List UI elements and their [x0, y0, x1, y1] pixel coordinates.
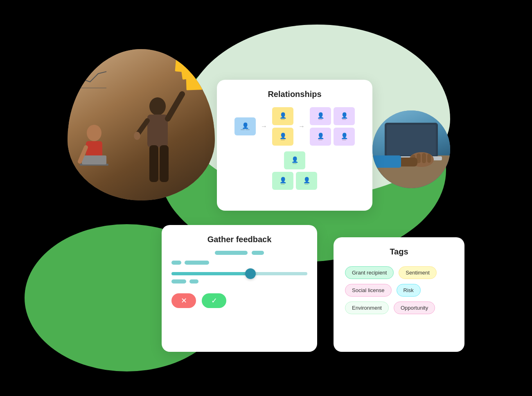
confirm-icon: ✓	[211, 296, 217, 305]
tag-risk[interactable]: Risk	[397, 284, 421, 297]
svg-point-8	[134, 132, 140, 140]
svg-line-4	[168, 94, 182, 119]
text-pill-1	[171, 279, 186, 284]
tag-label: Social license	[352, 287, 385, 293]
node-line	[241, 129, 245, 130]
photo-left	[68, 49, 215, 200]
person-icon-p3: 👤	[317, 133, 324, 139]
green-section: 👤 👤 👤	[227, 151, 363, 190]
tag-label: Sentiment	[406, 270, 430, 276]
feedback-text-pills	[171, 279, 307, 284]
tags-container: Grant recipient Sentiment Social license…	[343, 263, 455, 317]
tag-sentiment[interactable]: Sentiment	[399, 266, 437, 279]
rel-node-green-3: 👤	[296, 172, 317, 190]
node-line	[342, 119, 346, 120]
node-lines-g2	[281, 184, 285, 184]
person-icon-p1: 👤	[317, 112, 324, 118]
text-pill-2	[189, 279, 198, 284]
node-lines-g3	[304, 184, 309, 184]
arrow-1: →	[261, 123, 267, 130]
confirm-button[interactable]: ✓	[202, 293, 226, 308]
wall-graph-icon	[76, 65, 108, 90]
tag-label: Grant recipient	[352, 270, 387, 276]
card-gather-feedback: Gather feedback ✕ ✓	[162, 225, 317, 352]
slider-thumb[interactable]	[245, 268, 256, 279]
tag-social-license[interactable]: Social license	[345, 284, 392, 297]
node-lines-p3	[318, 140, 322, 140]
cancel-button[interactable]: ✕	[171, 293, 196, 308]
cancel-icon: ✕	[181, 296, 187, 305]
purple-row-1: 👤 👤	[310, 107, 355, 125]
laptop-scene-icon	[372, 110, 450, 188]
person-icon-p2: 👤	[341, 112, 348, 118]
rel-node-purple-3: 👤	[310, 128, 331, 146]
person-icon-p4: 👤	[341, 133, 348, 139]
svg-rect-3	[147, 115, 168, 147]
svg-rect-25	[372, 155, 401, 168]
person-icon-y2: 👤	[280, 133, 286, 139]
tag-label: Risk	[404, 287, 414, 293]
node-line	[246, 129, 250, 130]
green-row-2: 👤 👤	[272, 172, 317, 190]
rel-left-col: 👤	[234, 117, 256, 135]
node-line	[304, 184, 309, 184]
svg-point-2	[149, 97, 166, 115]
person-icon-g3: 👤	[303, 177, 310, 183]
svg-rect-16	[387, 125, 436, 155]
label-pill-1	[171, 261, 181, 265]
svg-rect-21	[422, 153, 426, 163]
person-icon-y1: 👤	[280, 112, 286, 118]
person-side-silhouette	[76, 119, 117, 200]
feedback-header-pills	[171, 251, 307, 255]
rel-node-blue: 👤	[234, 117, 256, 135]
label-pill-2	[185, 261, 209, 265]
node-lines-g1	[293, 163, 297, 164]
relationships-diagram: 👤 → 👤 👤	[227, 106, 363, 147]
rel-node-purple-4: 👤	[334, 128, 355, 146]
node-line	[318, 119, 322, 120]
slider-track[interactable]	[171, 272, 307, 275]
tag-label: Opportunity	[401, 305, 428, 311]
rel-node-purple-2: 👤	[334, 107, 355, 125]
node-line	[281, 184, 285, 184]
node-line	[281, 140, 285, 140]
sticky-note-2	[175, 56, 191, 72]
svg-point-9	[87, 125, 101, 141]
node-lines-y2	[281, 140, 285, 140]
tag-opportunity[interactable]: Opportunity	[394, 302, 435, 314]
scene: Relationships 👤 → 👤	[0, 0, 532, 396]
node-lines-blue	[241, 129, 250, 130]
svg-rect-22	[427, 154, 431, 163]
node-lines-y1	[281, 119, 285, 120]
svg-rect-7	[160, 145, 169, 182]
pill-long	[215, 251, 248, 255]
rel-node-green-2: 👤	[272, 172, 293, 190]
feedback-slider-row[interactable]	[171, 272, 307, 275]
arrow-2: →	[298, 123, 305, 130]
person-main-silhouette	[125, 86, 190, 200]
card-relationships: Relationships 👤 → 👤	[217, 80, 372, 211]
person-icon-g2: 👤	[280, 177, 286, 183]
svg-rect-12	[82, 155, 106, 164]
node-line	[342, 140, 346, 140]
green-col: 👤 👤 👤	[272, 151, 317, 190]
tags-title: Tags	[343, 247, 455, 256]
feedback-actions: ✕ ✓	[171, 293, 307, 308]
rel-node-green-top: 👤	[284, 151, 305, 169]
node-lines-p4	[342, 140, 346, 140]
feedback-label-row	[171, 261, 307, 265]
rel-node-purple-1: 👤	[310, 107, 331, 125]
rel-right-col: 👤 👤 👤	[310, 107, 355, 146]
svg-rect-6	[149, 145, 158, 182]
node-line	[281, 119, 285, 120]
person-icon-blue: 👤	[242, 123, 249, 128]
rel-node-yellow-bottom: 👤	[272, 128, 293, 146]
rel-mid-col: 👤 👤	[272, 107, 293, 146]
tag-grant-recipient[interactable]: Grant recipient	[345, 266, 394, 279]
card-tags: Tags Grant recipient Sentiment Social li…	[334, 237, 464, 352]
purple-row-2: 👤 👤	[310, 128, 355, 146]
rel-node-yellow-top: 👤	[272, 107, 293, 125]
node-line	[318, 140, 322, 140]
tag-environment[interactable]: Environment	[345, 302, 389, 314]
node-line	[293, 163, 297, 164]
